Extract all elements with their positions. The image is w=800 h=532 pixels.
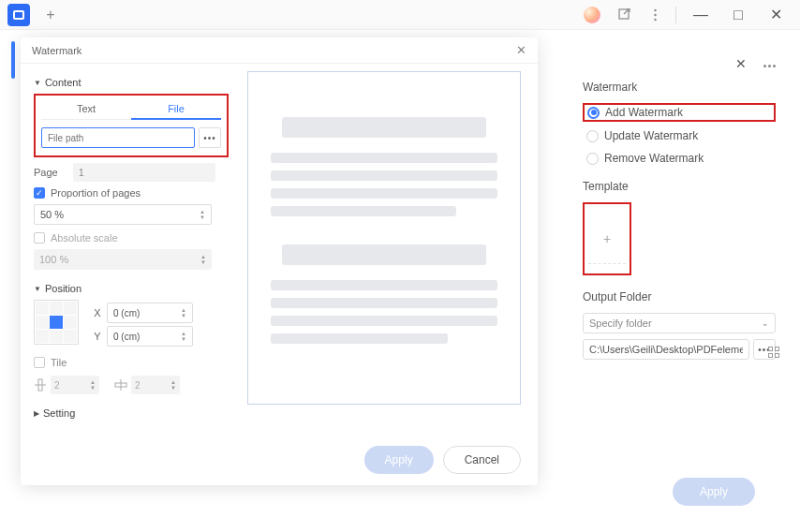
apply-main-button[interactable]: Apply [673,478,755,506]
radio-add-watermark[interactable]: Add Watermark [583,103,776,122]
modal-cancel-button[interactable]: Cancel [443,446,521,474]
plus-icon: + [603,231,611,246]
output-folder-select[interactable]: Specify folder ⌄ [583,313,776,333]
page-label: Page [34,167,67,178]
modal-settings-column: ▼ Content Text File ••• Page Proport [34,71,229,429]
file-path-input[interactable] [41,127,195,148]
select-value: Specify folder [589,318,652,329]
content-section-header[interactable]: ▼ Content [34,77,229,88]
side-panel-more-icon[interactable] [763,56,776,75]
tile-h-input: 2 ▲▼ [131,376,180,394]
tile-horizontal-icon [114,378,127,392]
spinner-icon: ▲▼ [181,307,186,318]
content-tabs: Text File [41,99,221,120]
radio-icon [586,130,599,142]
y-input[interactable]: 0 (cm) ▲▼ [107,326,193,347]
tile-vertical-icon [34,378,47,392]
tab-text[interactable]: Text [41,99,131,119]
minimize-button[interactable]: — [684,2,718,28]
output-path-field[interactable] [583,339,749,360]
radio-label: Remove Watermark [604,152,704,165]
x-input[interactable]: 0 (cm) ▲▼ [107,303,193,323]
modal-title: Watermark [32,45,81,56]
tab-file[interactable]: File [131,99,221,120]
absolute-select: 100 % ▲▼ [34,249,212,270]
output-folder-label: Output Folder [583,290,776,303]
chevron-down-icon: ▼ [34,79,41,87]
select-value: 100 % [39,254,68,265]
proportion-checkbox[interactable] [34,187,45,199]
ai-decoration-icon [584,7,600,23]
preview-page [247,71,521,405]
proportion-select[interactable]: 50 % ▲▼ [34,204,212,225]
radio-remove-watermark[interactable]: Remove Watermark [583,150,776,167]
spinner-icon: ▲▼ [181,331,186,342]
spinner-icon: ▲▼ [170,379,176,391]
modal-header: Watermark ✕ [21,37,538,64]
radio-update-watermark[interactable]: Update Watermark [583,127,776,144]
modal-footer: Apply Cancel [21,436,538,483]
radio-icon [587,107,600,119]
kebab-menu-icon[interactable] [642,2,668,28]
input-value: 2 [54,380,60,391]
input-value: 0 (cm) [113,308,140,318]
modal-apply-button[interactable]: Apply [364,446,434,474]
tile-label: Tile [51,357,67,368]
app-logo [7,4,30,26]
side-panel-close-button[interactable]: ✕ [730,52,752,75]
svg-point-2 [654,13,656,15]
input-value: 0 (cm) [113,332,140,342]
maximize-button[interactable]: □ [721,2,755,28]
absolute-label: Absolute scale [51,232,118,244]
add-template-button[interactable]: + [583,202,631,275]
input-value: 2 [135,380,141,391]
chevron-right-icon: ▶ [34,409,39,418]
side-panel: ✕ Watermark Add Watermark Update Waterma… [571,41,787,371]
template-label: Template [583,180,776,193]
y-label: Y [92,331,103,342]
window-close-button[interactable]: ✕ [759,2,793,28]
spinner-icon: ▲▼ [200,254,206,265]
modal-preview-column [229,71,525,429]
svg-point-1 [654,8,656,10]
tile-checkbox[interactable] [34,357,45,368]
template-decoration [588,263,626,264]
x-label: X [92,307,103,318]
divider [675,7,676,23]
browse-file-button[interactable]: ••• [199,127,221,148]
radio-label: Update Watermark [604,129,698,142]
titlebar: + — □ ✕ [0,0,800,30]
setting-section-header[interactable]: ▶ Setting [34,407,229,419]
position-section-header[interactable]: ▼ Position [34,283,229,294]
proportion-label: Proportion of pages [51,187,141,199]
chevron-down-icon: ▼ [34,285,41,293]
spinner-icon: ▲▼ [200,209,205,220]
tile-v-input: 2 ▲▼ [51,376,99,394]
new-tab-button[interactable]: + [41,6,60,24]
spinner-icon: ▲▼ [90,379,96,391]
section-label: Position [45,283,81,294]
side-panel-title: Watermark [583,81,776,94]
svg-point-3 [654,18,656,20]
watermark-action-radios: Add Watermark Update Watermark Remove Wa… [583,103,776,167]
position-grid[interactable] [34,300,79,345]
content-highlight: Text File ••• [34,94,229,157]
watermark-modal: Watermark ✕ ▼ Content Text File ••• Page [21,37,538,485]
radio-icon [586,153,599,165]
section-label: Content [45,77,81,88]
radio-label: Add Watermark [605,106,683,119]
page-input [73,163,215,182]
grid-view-icon[interactable] [768,347,779,358]
section-label: Setting [43,407,75,419]
active-left-tab-indicator [11,41,15,79]
absolute-checkbox[interactable] [34,232,45,244]
chevron-down-icon: ⌄ [762,318,769,328]
modal-close-button[interactable]: ✕ [516,43,526,57]
share-icon[interactable] [612,2,638,28]
select-value: 50 % [40,209,64,220]
